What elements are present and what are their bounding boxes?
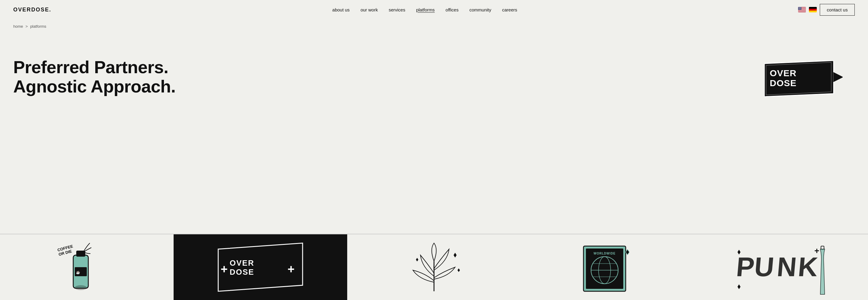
- illustration-strip: ☕ COFFEE OR DIE + + OVER DOSE: [0, 234, 868, 300]
- nav-services[interactable]: services: [389, 7, 405, 12]
- nav-about-us[interactable]: about us: [333, 7, 350, 12]
- svg-point-29: [800, 9, 801, 9]
- hero-title-line1: Preferred Partners.: [13, 57, 168, 77]
- main-nav: about us our work services platforms off…: [51, 7, 798, 12]
- svg-point-33: [800, 9, 800, 9]
- svg-point-11: [800, 7, 801, 7]
- svg-point-28: [800, 9, 800, 9]
- svg-text:DOSE: DOSE: [230, 267, 254, 276]
- hero-title: Preferred Partners. Agnostic Approach.: [13, 58, 176, 96]
- svg-point-27: [799, 9, 799, 9]
- svg-point-23: [799, 8, 800, 8]
- svg-rect-6: [798, 11, 806, 12]
- illustration-overdose-center: + + OVER DOSE: [174, 234, 347, 300]
- svg-rect-37: [809, 10, 817, 12]
- logo[interactable]: OVERDOSE.: [13, 7, 51, 13]
- svg-text:K: K: [797, 252, 819, 282]
- header: OVERDOSE. about us our work services pla…: [0, 0, 868, 19]
- svg-point-10: [800, 7, 800, 7]
- svg-text:☕: ☕: [76, 270, 80, 274]
- svg-point-20: [800, 8, 801, 8]
- svg-point-24: [800, 8, 800, 8]
- svg-point-17: [798, 8, 799, 8]
- nav-community[interactable]: community: [469, 7, 491, 12]
- svg-text:N: N: [776, 252, 798, 282]
- hero-title-line2: Agnostic Approach.: [13, 76, 176, 96]
- strip-inner: ☕ COFFEE OR DIE + + OVER DOSE: [0, 234, 868, 300]
- svg-text:+: +: [287, 262, 294, 276]
- svg-point-46: [75, 285, 87, 290]
- svg-text:DOSE: DOSE: [770, 78, 797, 88]
- svg-text:OVER: OVER: [230, 259, 254, 267]
- header-right: contact us: [798, 4, 855, 16]
- svg-rect-35: [809, 7, 817, 9]
- svg-point-16: [801, 7, 801, 8]
- illustration-coffee-or-die: ☕ COFFEE OR DIE: [0, 234, 174, 300]
- svg-point-8: [798, 7, 799, 7]
- us-flag-icon[interactable]: [798, 7, 806, 12]
- contact-us-button[interactable]: contact us: [820, 4, 855, 16]
- svg-text:U: U: [753, 252, 775, 282]
- svg-rect-5: [798, 10, 806, 11]
- svg-text:P: P: [736, 252, 756, 282]
- hero-pennant-illustration: OVER DOSE: [764, 61, 843, 109]
- breadcrumb-separator: >: [26, 24, 28, 29]
- svg-point-32: [799, 9, 800, 9]
- svg-point-34: [801, 9, 801, 9]
- illustration-plant: [347, 234, 521, 300]
- svg-point-14: [799, 7, 800, 8]
- svg-point-19: [800, 8, 800, 8]
- svg-rect-36: [809, 9, 817, 10]
- svg-point-18: [799, 8, 799, 8]
- de-flag-icon[interactable]: [809, 7, 817, 12]
- svg-point-15: [800, 7, 800, 8]
- svg-point-9: [799, 7, 799, 7]
- svg-point-31: [799, 9, 799, 9]
- illustration-worldwide: WORLDWIDE: [521, 234, 694, 300]
- svg-text:+: +: [221, 262, 227, 276]
- nav-platforms[interactable]: platforms: [416, 7, 435, 12]
- svg-point-26: [798, 9, 799, 9]
- hero-text: Preferred Partners. Agnostic Approach.: [13, 58, 176, 96]
- nav-our-work[interactable]: our work: [361, 7, 378, 12]
- nav-offices[interactable]: offices: [445, 7, 458, 12]
- svg-text:+: +: [814, 246, 819, 256]
- svg-text:WORLDWIDE: WORLDWIDE: [594, 252, 616, 255]
- svg-marker-43: [834, 73, 843, 81]
- breadcrumb: home > platforms: [0, 19, 868, 33]
- breadcrumb-home[interactable]: home: [13, 24, 23, 29]
- illustration-punks: P U N K +: [694, 234, 868, 300]
- svg-point-22: [799, 8, 799, 8]
- svg-point-13: [799, 7, 799, 8]
- nav-careers[interactable]: careers: [502, 7, 517, 12]
- breadcrumb-current: platforms: [30, 24, 46, 29]
- hero-section: Preferred Partners. Agnostic Approach. O…: [0, 33, 868, 124]
- svg-text:OVER: OVER: [770, 68, 797, 78]
- svg-point-25: [801, 8, 801, 8]
